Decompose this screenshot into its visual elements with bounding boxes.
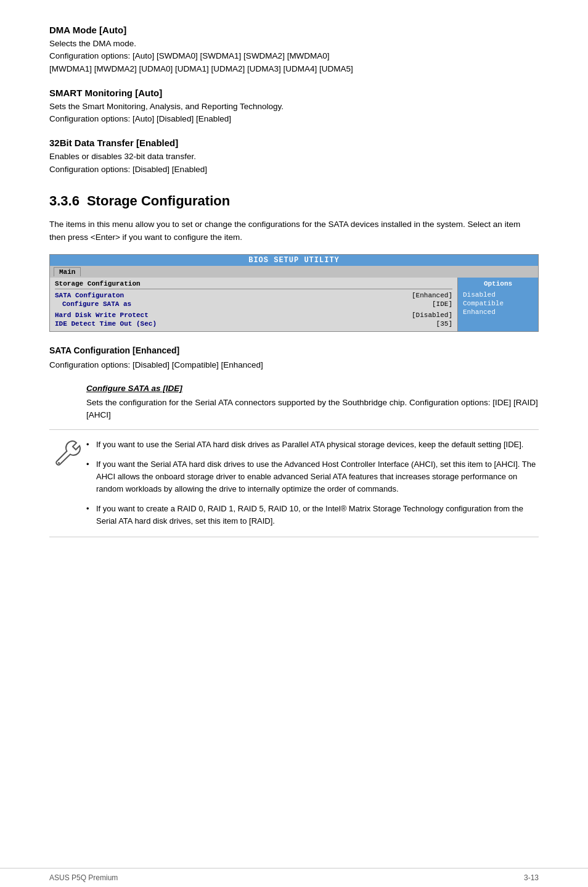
dma-body-line1: Selects the DMA mode.	[49, 39, 136, 48]
smart-body-line1: Sets the Smart Monitoring, Analysis, and…	[49, 102, 284, 111]
configure-body-text: Sets the configuration for the Serial AT…	[86, 397, 539, 422]
bios-right-panel: Options Disabled Compatible Enhanced	[458, 278, 538, 331]
bit32-heading: 32Bit Data Transfer [Enabled]	[49, 138, 539, 148]
dma-body-line3: [MWDMA1] [MWDMA2] [UDMA0] [UDMA1] [UDMA2…	[49, 64, 353, 73]
smart-section: SMART Monitoring [Auto] Sets the Smart M…	[49, 88, 539, 126]
sata-section: SATA Configuration [Enhanced] Configurat…	[49, 345, 539, 422]
bios-item-hdd-label: Hard Disk Write Protect	[55, 311, 149, 319]
storage-section-number: 3.3.6	[49, 193, 80, 209]
footer: ASUS P5Q Premium 3-13	[0, 868, 588, 887]
bit32-body-line2: Configuration options: [Disabled] [Enabl…	[49, 165, 207, 174]
bit32-body: Enables or disables 32-bit data transfer…	[49, 151, 539, 176]
bios-options-label: Options	[463, 280, 533, 287]
bios-option-compatible: Compatible	[463, 300, 533, 307]
bit32-body-line1: Enables or disables 32-bit data transfer…	[49, 152, 196, 161]
bios-left-panel: Storage Configuration SATA Configuraton …	[50, 278, 458, 331]
bios-item-hdd-value: [Disabled]	[412, 311, 452, 319]
bios-item-sata-value: [Enhanced]	[412, 292, 452, 299]
notes-box: If you want to use the Serial ATA hard d…	[49, 429, 539, 537]
bios-option-disabled: Disabled	[463, 291, 533, 299]
footer-left: ASUS P5Q Premium	[49, 873, 118, 882]
bios-row-2-sub: IDE Detect Time Out (Sec) [35]	[55, 320, 452, 328]
note-icon	[49, 439, 86, 466]
bios-item-configure-value: [IDE]	[432, 300, 452, 308]
bios-option-enhanced: Enhanced	[463, 308, 533, 316]
bios-row-2-wrapper: Hard Disk Write Protect [Disabled] IDE D…	[55, 311, 452, 328]
bios-main-tab[interactable]: Main	[54, 267, 81, 276]
smart-body: Sets the Smart Monitoring, Analysis, and…	[49, 101, 539, 126]
bios-item-configure-label: Configure SATA as	[62, 300, 131, 308]
bios-row-1: SATA Configuraton [Enhanced]	[55, 292, 452, 299]
bios-section-label: Storage Configuration	[55, 280, 452, 289]
storage-section-title: Storage Configuration	[87, 193, 230, 209]
bios-row-2: Hard Disk Write Protect [Disabled]	[55, 311, 452, 319]
svg-point-0	[58, 462, 60, 464]
sata-config-options: Configuration options: [Disabled] [Compa…	[49, 359, 539, 371]
bios-menu-bar: Main	[50, 266, 538, 278]
bios-item-ide-label: IDE Detect Time Out (Sec)	[55, 320, 157, 328]
storage-section-header: 3.3.6 Storage Configuration	[49, 193, 539, 209]
bios-content: Storage Configuration SATA Configuraton …	[50, 278, 538, 331]
dma-body: Selects the DMA mode. Configuration opti…	[49, 38, 539, 75]
notes-content: If you want to use the Serial ATA hard d…	[86, 439, 539, 528]
bios-row-1-sub: Configure SATA as [IDE]	[62, 300, 452, 308]
smart-heading: SMART Monitoring [Auto]	[49, 88, 539, 98]
bios-item-ide-value: [35]	[436, 320, 452, 328]
dma-body-line2: Configuration options: [Auto] [SWDMA0] […	[49, 51, 330, 60]
note-item-1: If you want to use the Serial ATA hard d…	[86, 439, 539, 451]
bit32-section: 32Bit Data Transfer [Enabled] Enables or…	[49, 138, 539, 176]
sata-heading: SATA Configuration [Enhanced]	[49, 345, 539, 355]
note-item-2: If you want the Serial ATA hard disk dri…	[86, 458, 539, 495]
note-item-3: If you want to create a RAID 0, RAID 1, …	[86, 503, 539, 527]
bios-title-bar: BIOS SETUP UTILITY	[50, 255, 538, 266]
dma-section: DMA Mode [Auto] Selects the DMA mode. Co…	[49, 25, 539, 75]
bios-ui-box: BIOS SETUP UTILITY Main Storage Configur…	[49, 254, 539, 332]
storage-intro: The items in this menu allow you to set …	[49, 218, 539, 244]
wrench-note-icon	[54, 439, 81, 466]
footer-right: 3-13	[524, 873, 539, 882]
bios-item-sata-label: SATA Configuraton	[55, 292, 124, 299]
configure-italic-label: Configure SATA as [IDE]	[86, 384, 539, 393]
dma-heading: DMA Mode [Auto]	[49, 25, 539, 35]
smart-body-line2: Configuration options: [Auto] [Disabled]…	[49, 114, 231, 123]
